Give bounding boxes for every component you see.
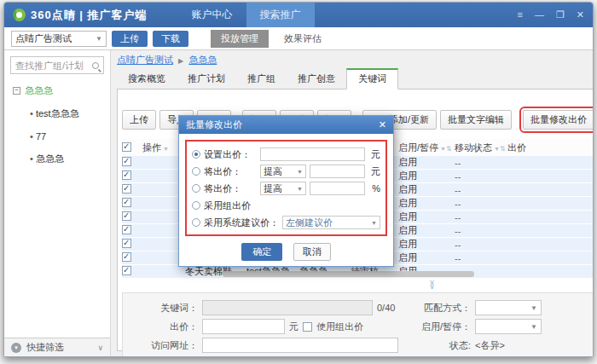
keyword-label: 关键词： — [125, 302, 198, 315]
chevron-down-icon: ▼ — [530, 304, 537, 312]
suggested-price-select[interactable]: 左侧建议价 ▼ — [282, 216, 380, 229]
sidebar-search-input[interactable] — [15, 61, 92, 71]
row-checkbox[interactable] — [122, 211, 131, 221]
horizontal-scrollbar[interactable] — [223, 271, 474, 277]
tab-account-center[interactable]: 账户中心 — [178, 3, 246, 27]
bid-unit: 元 — [289, 321, 298, 333]
col-enable-pause: 启用/暂停 — [398, 142, 438, 153]
collapse-icon[interactable]: − — [13, 87, 20, 95]
url-label: 访问网址： — [125, 339, 198, 352]
sort-icon: ⇅ — [500, 145, 506, 153]
row-checkbox[interactable] — [122, 198, 131, 207]
row-checkbox[interactable] — [122, 266, 131, 275]
row-checkbox[interactable] — [122, 157, 131, 166]
filter-icon: ▼ — [11, 343, 21, 353]
col-mobile-status: 移动状态 — [455, 142, 492, 153]
upload-button[interactable]: 上传 — [112, 31, 148, 47]
annotation-red-box: 设置出价： 元 将出价： 提高 ▼ 元 将出价： — [185, 140, 387, 236]
radio-adjust-percent[interactable] — [192, 184, 200, 193]
app-window: 360点睛 | 推广客户端 账户中心 搜索推广 ≡ — ❐ ✕ 点睛广告测试 ▼… — [3, 2, 594, 357]
360-logo-icon — [13, 9, 26, 21]
status-label: 状态: — [409, 339, 471, 352]
tab-search-overview[interactable]: 搜索概览 — [117, 68, 177, 89]
adjust-percent-input[interactable] — [310, 182, 365, 195]
option-set-bid[interactable]: 设置出价： 元 — [192, 146, 380, 163]
enable-pause-label: 启用/暂停： — [409, 321, 471, 333]
col-bid: 出价 — [507, 142, 542, 154]
batch-text-edit-button[interactable]: 批量文字编辑 — [440, 110, 512, 130]
tab-creatives[interactable]: 推广创意 — [287, 68, 346, 89]
sort-icon: ⇅ — [446, 145, 452, 153]
sidebar: − 急急急 test急急急 77 急急急 ▼ 快捷筛选 ∨ — [4, 50, 111, 356]
cancel-button[interactable]: 取消 — [293, 243, 331, 261]
tab-campaigns[interactable]: 推广计划 — [177, 68, 236, 89]
filter-icon: ▼ — [440, 146, 446, 152]
select-all-checkbox[interactable] — [122, 142, 131, 152]
row-checkbox[interactable] — [122, 239, 131, 248]
row-checkbox[interactable] — [122, 170, 131, 180]
tree-item[interactable]: 急急急 — [13, 153, 103, 165]
maximize-icon[interactable]: ❐ — [556, 9, 565, 20]
row-checkbox[interactable] — [122, 225, 131, 234]
option-use-group-bid[interactable]: 采用组出价 — [192, 197, 380, 214]
tab-effect-evaluation[interactable]: 效果评估 — [284, 32, 322, 45]
dialog-title: 批量修改出价 — [186, 118, 242, 131]
title-bar: 360点睛 | 推广客户端 账户中心 搜索推广 ≡ — ❐ ✕ — [4, 3, 593, 27]
radio-system-suggested[interactable] — [192, 218, 200, 227]
close-icon[interactable]: ✕ — [379, 119, 386, 130]
breadcrumb-arrow-icon: ▶ — [178, 57, 183, 65]
match-type-select[interactable]: ▼ — [475, 300, 542, 315]
titlebar-tabs: 账户中心 搜索推广 — [178, 3, 315, 27]
menu-icon[interactable]: ≡ — [517, 9, 522, 20]
breadcrumb-current-link[interactable]: 急急急 — [188, 55, 217, 65]
radio-use-group-bid[interactable] — [192, 201, 200, 210]
mobile-url-field[interactable] — [202, 356, 398, 357]
chevron-down-icon: ▼ — [371, 220, 377, 226]
radio-set-bid[interactable] — [192, 150, 200, 159]
option-system-suggested[interactable]: 采用系统建议价： 左侧建议价 ▼ — [192, 214, 380, 231]
option-adjust-bid-amount[interactable]: 将出价： 提高 ▼ 元 — [192, 163, 380, 180]
main-tabs: 搜索概览 推广计划 推广组 推广创意 关键词 不显示数据报告 ▼ — [117, 68, 594, 90]
close-icon[interactable]: ✕ — [577, 9, 584, 20]
enable-pause-select[interactable]: ▼ — [475, 319, 542, 334]
adjust-amount-input[interactable] — [310, 165, 365, 178]
raise-lower-select[interactable]: 提高 ▼ — [260, 182, 306, 195]
row-checkbox[interactable] — [122, 252, 131, 262]
tab-groups[interactable]: 推广组 — [236, 68, 287, 89]
minimize-icon[interactable]: — — [535, 9, 544, 20]
download-button[interactable]: 下载 — [153, 31, 188, 47]
tab-search-promotion[interactable]: 搜索推广 — [246, 3, 315, 27]
url-field[interactable] — [202, 338, 398, 353]
filter-icon: ▼ — [494, 146, 500, 152]
tab-keywords[interactable]: 关键词 — [346, 68, 398, 90]
match-type-label: 匹配方式： — [409, 302, 471, 315]
option-adjust-bid-percent[interactable]: 将出价： 提高 ▼ % — [192, 180, 380, 197]
collapse-panel-toggle[interactable]: ∨ ∨ — [122, 279, 594, 292]
tree-item[interactable]: test急急急 — [13, 107, 103, 120]
chevron-down-icon: ∨ — [122, 285, 594, 289]
keyword-field — [202, 300, 373, 315]
campaign-tree: − 急急急 test急急急 77 急急急 — [4, 78, 110, 165]
batch-modify-bid-button[interactable]: 批量修改出价 — [523, 110, 594, 130]
row-checkbox[interactable] — [122, 184, 131, 194]
filter-icon: ▼ — [163, 146, 169, 152]
account-select[interactable]: 点睛广告测试 ▼ — [11, 31, 107, 47]
set-bid-input[interactable] — [260, 147, 365, 161]
tab-delivery-management[interactable]: 投放管理 — [211, 30, 269, 48]
breadcrumb-account-link[interactable]: 点睛广告测试 — [117, 55, 173, 65]
batch-modify-bid-dialog: 批量修改出价 ✕ 设置出价： 元 将出价： 提高 ▼ — [178, 115, 394, 267]
search-icon[interactable] — [92, 62, 99, 69]
radio-adjust-amount[interactable] — [192, 167, 200, 176]
tree-root-item[interactable]: − 急急急 — [13, 84, 103, 97]
gear-icon[interactable]: ⚙ — [542, 142, 594, 153]
confirm-button[interactable]: 确定 — [241, 243, 282, 261]
bid-field[interactable] — [202, 319, 285, 334]
use-group-bid-checkbox[interactable] — [303, 322, 312, 332]
raise-lower-select[interactable]: 提高 ▼ — [260, 165, 306, 178]
tree-item[interactable]: 77 — [13, 131, 103, 142]
row-count: 220/220 — [122, 90, 594, 103]
chevron-down-icon: ▼ — [297, 186, 303, 192]
quick-filter-bar[interactable]: ▼ 快捷筛选 ∨ — [4, 338, 110, 356]
upload-action-button[interactable]: 上传 — [122, 110, 156, 130]
dialog-title-bar[interactable]: 批量修改出价 ✕ — [179, 116, 393, 134]
